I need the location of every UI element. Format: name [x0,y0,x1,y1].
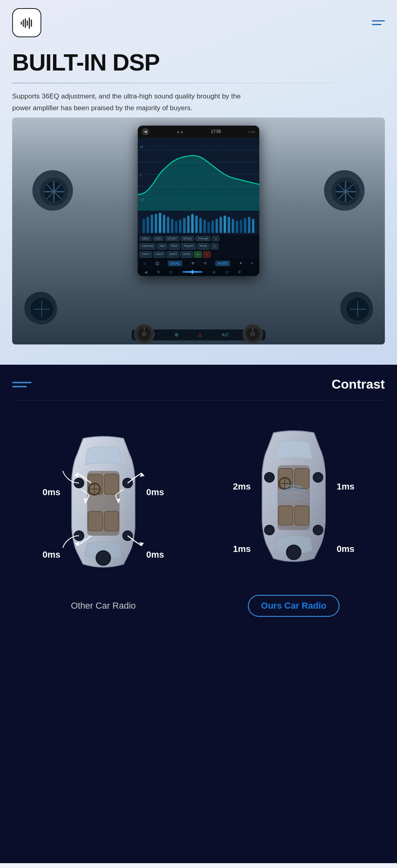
svg-rect-51 [224,216,226,233]
user3[interactable]: User3 [166,251,179,258]
preset-uuu[interactable]: UUU [153,236,164,241]
bottom-right-vent [340,292,373,324]
svg-rect-40 [179,220,181,233]
our-delay-bottom-left: 1ms [233,544,251,554]
nav-home[interactable]: ⌂ [144,261,146,265]
preset-popular[interactable]: Popular [181,243,196,250]
svg-point-115 [286,545,301,560]
nav-power[interactable]: ⏻ [155,261,159,265]
svg-rect-36 [163,215,165,233]
svg-rect-54 [236,221,238,233]
nav-vol-up[interactable]: + [251,261,253,265]
user1[interactable]: User1 [139,251,152,258]
nav-arrows[interactable]: ⟲ [203,261,207,265]
svg-text:20: 20 [140,145,143,149]
svg-rect-56 [244,218,246,233]
ac-defrost[interactable]: ❄ [174,332,179,338]
svg-text:500: 500 [183,231,187,233]
other-car-label-area: Other Car Radio [71,601,136,611]
svg-rect-47 [207,222,210,233]
preset-reset[interactable]: Reset [197,243,209,250]
svg-rect-39 [175,221,177,233]
contrast-header: Contrast [12,377,385,400]
preset-extra[interactable]: ↕↕ [212,236,220,241]
svg-rect-43 [191,214,194,233]
svg-text:1K: 1K [199,231,202,233]
our-car-label-area: Ours Car Radio [248,595,339,617]
svg-rect-107 [295,506,309,525]
preset-through[interactable]: Through [195,236,211,241]
svg-rect-34 [155,214,157,233]
eq-presets-row2: Classical Jazz Rock Popular Reset ⓘ [138,242,259,250]
svg-rect-85 [104,474,119,494]
our-car-view: 2ms 1ms 1ms 0ms [233,417,354,587]
contrast-indicator-lines [12,382,32,387]
svg-point-95 [96,551,111,565]
svg-text:0: 0 [140,174,141,177]
svg-rect-38 [171,219,173,233]
other-delay-bottom-right: 0ms [146,549,164,560]
ctrl-back[interactable]: ◀ [144,270,147,274]
user-add[interactable]: + [194,251,202,258]
svg-point-111 [265,472,274,482]
preset-srs[interactable]: SRS(•) [181,236,194,241]
nav-auto[interactable]: AUTO [215,261,230,266]
bottom-left-vent [24,292,57,324]
svg-point-112 [313,472,323,482]
nav-dual[interactable]: DUAL [168,261,182,266]
svg-text:200: 200 [167,231,171,233]
eq-presets-row1: cNES UUU DOLBY SRS(•) Through ↕↕ [138,235,259,242]
header-section: BUILT-IN DSP Supports 36EQ adjustment, a… [0,0,397,365]
menu-button[interactable] [372,20,385,25]
our-car-side: 2ms 1ms 1ms 0ms [203,417,385,617]
ac-hazard[interactable]: ⚠ [198,332,203,338]
subtitle-text: Supports 36EQ adjustment, and the ultra-… [12,91,255,114]
user5[interactable]: User5 [180,251,193,258]
svg-text:20K: 20K [248,231,252,233]
ctrl-temp-right[interactable]: 0 [239,270,241,274]
ctrl-vol-down[interactable]: − [250,270,253,274]
ctrl-temp-left[interactable]: 0 [157,270,159,274]
svg-rect-106 [278,506,293,525]
user-presets-row: User1 User2 User3 User5 + − [138,250,259,259]
svg-point-113 [265,525,274,535]
page-title: BUILT-IN DSP [12,49,385,75]
other-delay-top-left: 0ms [43,487,60,498]
preset-info[interactable]: ⓘ [211,243,218,250]
preset-cnes[interactable]: cNES [139,236,152,241]
audio-wave-icon [18,14,35,31]
screen-nav-bar: ⌂ ⏻ DUAL ❄ ⟲ AUTO ✦ + [138,259,259,268]
ctrl-sync[interactable]: ⟳ [169,270,173,274]
other-car-side: 0ms 0ms 0ms 0ms [12,422,194,611]
car-dashboard-image: ◀ ▲▲ 17:55 ⌂ ▭ [12,118,385,344]
svg-rect-1 [21,21,22,25]
svg-rect-58 [252,219,254,233]
svg-rect-48 [211,220,214,233]
svg-rect-2 [23,19,24,27]
svg-text:80: 80 [155,231,157,233]
svg-rect-42 [187,216,190,233]
title-divider [12,83,385,83]
contrast-section: Contrast 0ms 0ms 0ms 0ms [0,365,397,863]
screen-controls-row: ◀ 0 ⟳ ⊕ ⊡ 0 − [138,268,259,276]
right-vent [324,170,365,211]
nav-fan[interactable]: ✦ [239,261,242,265]
user2[interactable]: User2 [153,251,166,258]
other-delay-bottom-left: 0ms [43,549,60,560]
screen-header-bar: ◀ ▲▲ 17:55 ⌂ ▭ [138,126,259,138]
ac-label[interactable]: A/C [222,332,229,337]
svg-rect-32 [147,217,149,233]
our-car-radio-button[interactable]: Ours Car Radio [248,595,339,617]
ctrl-ac[interactable]: ⊡ [225,270,228,274]
ctrl-fan[interactable]: ⊕ [212,270,216,274]
svg-rect-52 [228,217,230,233]
cars-comparison: 0ms 0ms 0ms 0ms [12,417,385,617]
top-bar [12,0,385,45]
nav-snowflake[interactable]: ❄ [191,261,194,265]
preset-rock[interactable]: Rock [169,243,180,250]
preset-dolby[interactable]: DOLBY [165,236,179,241]
user-remove[interactable]: − [203,251,211,258]
eq-sliders-area: 20 80 200 500 1K 3K 8K 20K [138,211,259,235]
preset-jazz[interactable]: Jazz [157,243,167,250]
preset-classical[interactable]: Classical [139,243,156,250]
